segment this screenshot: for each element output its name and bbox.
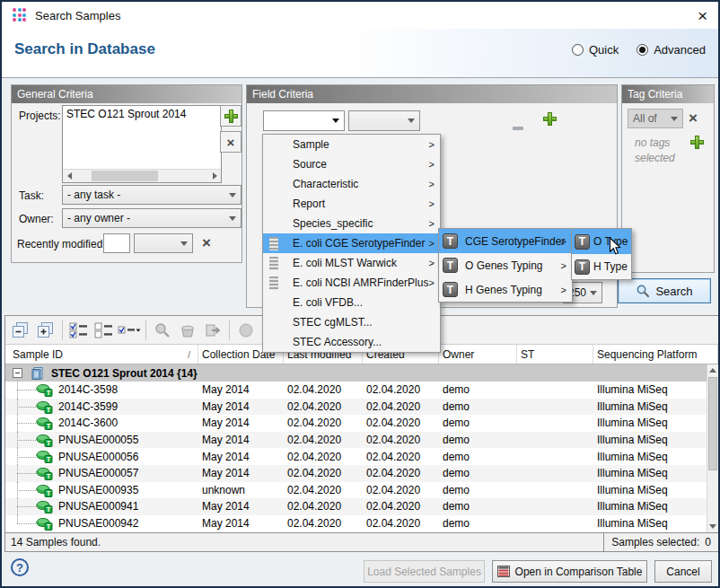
- menu-item-label: H Type: [593, 260, 628, 273]
- general-criteria-panel: General Criteria Projects: STEC O121 Spr…: [11, 84, 242, 263]
- column-header-st[interactable]: ST: [517, 345, 593, 364]
- cell-sequencing-platform: Illumina MiSeq: [593, 382, 718, 399]
- menu-item-e-coli-vfdb[interactable]: E. coli VFDB...: [263, 293, 440, 312]
- submenu-arrow-icon: >: [429, 159, 435, 170]
- close-icon[interactable]: ×: [698, 7, 707, 24]
- menu-item-o-genes-typing[interactable]: TO Genes Typing>: [439, 253, 572, 277]
- table-row[interactable]: T2014C-3600May 201402.04.202002.04.2020d…: [5, 415, 718, 432]
- add-project-button[interactable]: [220, 105, 241, 127]
- collapse-all-icon[interactable]: [9, 319, 32, 342]
- radio-quick-label: Quick: [589, 43, 619, 57]
- menu-item-stec-cgmlst[interactable]: STEC cgMLST...: [263, 312, 440, 332]
- basket-icon[interactable]: [176, 319, 199, 342]
- operator-select[interactable]: [348, 110, 420, 131]
- menu-item-label: E. coli MLST Warwick: [293, 257, 397, 269]
- remove-criterion-button[interactable]: [513, 118, 523, 134]
- task-select[interactable]: - any task -: [62, 185, 241, 205]
- scrollbar-thumb[interactable]: [708, 377, 717, 470]
- menu-item-h-genes-typing[interactable]: TH Genes Typing>: [439, 277, 572, 302]
- menu-item-label: Source: [293, 158, 327, 171]
- mouse-cursor: [609, 237, 622, 260]
- tag-match-select[interactable]: All of: [628, 109, 683, 128]
- menu-item-o-type[interactable]: TO Type: [572, 229, 631, 254]
- add-criterion-button[interactable]: [543, 112, 557, 129]
- remove-project-button[interactable]: ×: [220, 131, 241, 153]
- table-row[interactable]: TPNUSAE000055May 201402.04.202002.04.202…: [5, 432, 718, 449]
- table-row[interactable]: T2014C-3598May 201402.04.202002.04.2020d…: [5, 382, 718, 399]
- cell-last-modified: 02.04.2020: [284, 448, 363, 465]
- select-options-icon[interactable]: [118, 319, 141, 342]
- menu-item-e-coli-mlst-warwick[interactable]: E. coli MLST Warwick>: [263, 253, 440, 273]
- vertical-scrollbar[interactable]: [707, 364, 718, 532]
- field-select[interactable]: [263, 110, 345, 131]
- radio-advanced[interactable]: Advanced: [637, 43, 706, 57]
- menu-item-e-coli-cge-serotypefinder[interactable]: E. coli CGE SerotypeFinder>: [263, 233, 440, 253]
- chevron-down-icon: [671, 117, 678, 121]
- table-row[interactable]: TPNUSAE000056May 201402.04.202002.04.202…: [5, 448, 718, 465]
- group-row[interactable]: STEC O121 Sprout 2014 {14}: [5, 364, 718, 382]
- cell-created: 02.04.2020: [363, 465, 439, 482]
- cell-created: 02.04.2020: [363, 399, 439, 416]
- table-row[interactable]: TPNUSAE000941May 201402.04.202002.04.202…: [5, 498, 718, 515]
- cell-sample-id: T2014C-3598: [5, 382, 198, 399]
- menu-item-e-coli-ncbi-amrfinderplus[interactable]: E. coli NCBI AMRFinderPlus>: [263, 273, 440, 293]
- table-row[interactable]: TPNUSAE000057May 201402.04.202002.04.202…: [5, 465, 718, 482]
- field-type-icon: T: [443, 258, 458, 273]
- owner-select[interactable]: - any owner -: [62, 208, 241, 228]
- cancel-button[interactable]: Cancel: [654, 560, 712, 583]
- find-icon[interactable]: [151, 319, 174, 342]
- column-header-sequencing-platform[interactable]: Sequencing Platform: [593, 345, 718, 364]
- column-header-label: Sample ID: [13, 348, 63, 361]
- add-tag-button[interactable]: [690, 136, 704, 153]
- search-button-label: Search: [655, 285, 692, 298]
- column-header-owner[interactable]: Owner: [439, 345, 517, 364]
- radio-quick[interactable]: Quick: [572, 43, 619, 57]
- project-list-item[interactable]: STEC O121 Sprout 2014: [63, 106, 221, 122]
- cell-sequencing-platform: Illumina MiSeq: [593, 465, 718, 482]
- column-header-sample-id[interactable]: Sample ID/: [5, 345, 198, 364]
- expand-all-icon[interactable]: [34, 319, 57, 342]
- export-icon[interactable]: [201, 319, 224, 342]
- compare-icon[interactable]: [234, 319, 258, 342]
- menu-item-cge-serotypefinder[interactable]: TCGE SerotypeFinder>: [439, 229, 572, 253]
- panel-title-tag: Tag Criteria: [622, 85, 714, 103]
- cell-owner: demo: [439, 482, 517, 499]
- sample-id-label: 2014C-3599: [58, 400, 118, 413]
- menu-item-sample[interactable]: Sample>: [263, 135, 440, 154]
- menu-item-h-type[interactable]: TH Type: [572, 254, 631, 279]
- menu-item-species-specific[interactable]: Species_specific>: [263, 214, 440, 233]
- collapse-expander-icon[interactable]: [13, 368, 22, 378]
- menu-item-characteristic[interactable]: Characteristic>: [263, 174, 440, 194]
- recently-modified-unit-select[interactable]: [134, 233, 193, 253]
- menu-item-stec-accessory[interactable]: STEC Accessory...: [263, 332, 440, 352]
- menu-item-label: Characteristic: [293, 178, 358, 190]
- clear-recently-modified-button[interactable]: ×: [202, 235, 211, 250]
- submenu-arrow-icon: >: [429, 238, 435, 249]
- deselect-all-icon[interactable]: [92, 319, 116, 342]
- recently-modified-value-input[interactable]: [103, 233, 130, 253]
- scroll-right-icon[interactable]: [208, 170, 221, 182]
- plus-icon: [543, 112, 557, 126]
- table-row[interactable]: T2014C-3599May 201402.04.202002.04.2020d…: [5, 399, 718, 416]
- search-button[interactable]: Search: [618, 278, 711, 303]
- load-selected-samples-button[interactable]: Load Selected Samples: [364, 560, 485, 583]
- table-row[interactable]: TPNUSAE000942May 201402.04.202002.04.202…: [5, 515, 718, 532]
- scroll-up-icon[interactable]: [707, 364, 718, 376]
- help-button[interactable]: ?: [11, 558, 29, 576]
- select-all-icon[interactable]: [67, 319, 91, 342]
- scrollbar-thumb[interactable]: [92, 171, 158, 181]
- menu-item-label: H Genes Typing: [465, 284, 542, 296]
- scrollbar-track[interactable]: [75, 170, 208, 182]
- projects-listbox[interactable]: STEC O121 Sprout 2014: [62, 105, 222, 183]
- cell-collection-date: May 2014: [198, 515, 284, 532]
- clear-tags-button[interactable]: ×: [689, 110, 698, 126]
- scroll-left-icon[interactable]: [63, 170, 75, 182]
- sample-id-label: PNUSAE000056: [58, 451, 138, 463]
- menu-item-source[interactable]: Source>: [263, 154, 440, 174]
- scroll-down-icon[interactable]: [707, 521, 718, 532]
- open-in-comparison-table-button[interactable]: Open in Comparison Table: [492, 560, 647, 583]
- field-type-icon: T: [575, 234, 590, 250]
- horizontal-scrollbar[interactable]: [63, 169, 221, 182]
- table-row[interactable]: TPNUSAE000935unknown02.04.202002.04.2020…: [5, 482, 718, 499]
- menu-item-report[interactable]: Report>: [263, 194, 440, 214]
